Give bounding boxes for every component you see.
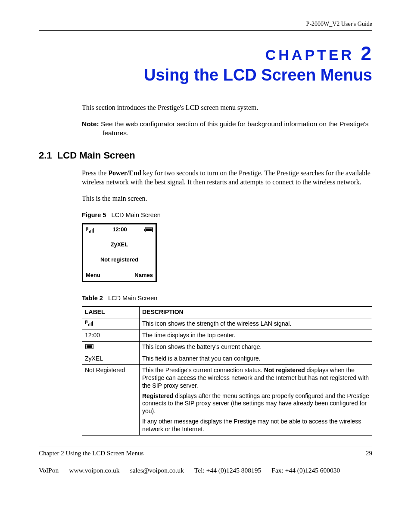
table-cell: The time displays in the top center. [140,330,372,342]
chapter-label: CHAPTER 2 [39,43,372,64]
chapter-label-number: 2 [361,43,372,64]
footer-tel: Tel: +44 (0)1245 808195 [194,467,261,474]
battery-icon [82,342,140,353]
footer-fax: Fax: +44 (0)1245 600030 [271,467,340,474]
svg-rect-14 [90,323,90,326]
table-cell: 12:00 [82,330,140,342]
signal-icon [86,227,95,233]
chapter-title: Using the LCD Screen Menus [39,66,372,84]
lcd-softkey-left: Menu [86,272,100,279]
lcd-status: Not registered [83,255,156,265]
svg-rect-4 [90,230,91,233]
footer-rule [39,447,372,447]
svg-rect-16 [92,321,93,326]
table-row: ZyXEL This field is a banner that you ca… [82,353,372,364]
footer-company: VoIPon [39,467,59,474]
section-number: 2.1 [39,150,52,161]
chapter-label-prefix: CHAPTER [265,47,354,63]
intro-paragraph: This section introduces the Prestige's L… [82,103,372,112]
table-row: This icon shows the strength of the wire… [82,318,372,330]
svg-rect-19 [87,345,92,348]
table-cell: This icon shows the battery's current ch… [140,342,372,353]
note-text: See the web configurator section of this… [101,120,369,137]
section-heading: 2.1 LCD Main Screen [39,150,372,161]
table-row: This icon shows the battery's current ch… [82,342,372,353]
header-rule [39,30,372,31]
footer-url: www.voipon.co.uk [69,467,119,474]
table-row: Not Registered This the Prestige's curre… [82,364,372,435]
section-title: LCD Main Screen [57,150,135,161]
footer-chapter: Chapter 2 Using the LCD Screen Menus [39,450,143,457]
table-row: 12:00 The time displays in the top cente… [82,330,372,342]
svg-rect-9 [146,229,152,231]
table-cell: Not Registered [82,364,140,435]
svg-rect-15 [91,322,92,326]
lcd-screen-figure: 12:00 ZyXEL Not registered Menu Names [82,223,157,282]
table-header-label: LABEL [82,307,140,318]
svg-rect-12 [87,320,87,323]
svg-rect-3 [89,231,90,233]
section-paragraph-2: This is the main screen. [82,194,372,203]
footer-line: Chapter 2 Using the LCD Screen Menus 29 [39,450,372,457]
lcd-description-table: LABEL DESCRIPTION This icon shows the st… [82,306,372,436]
signal-icon [82,318,140,330]
note-prefix: Note: [82,120,99,128]
table-cell: ZyXEL [82,353,140,364]
section-paragraph-1: Press the Power/End key for two seconds … [82,169,372,187]
svg-rect-2 [87,227,88,230]
footer-page-number: 29 [366,450,372,457]
figure-caption: Figure 5 LCD Main Screen [82,211,372,219]
table-caption: Table 2 LCD Main Screen [82,294,372,302]
running-header: P-2000W_V2 User's Guide [39,21,372,28]
table-cell: This icon shows the strength of the wire… [140,318,372,330]
svg-rect-5 [92,229,93,233]
table-cell: This field is a banner that you can conf… [140,353,372,364]
table-cell: This the Prestige's current connection s… [140,364,372,435]
svg-rect-6 [93,228,94,233]
lcd-time: 12:00 [112,226,127,233]
footer-contact: VoIPon www.voipon.co.uk sales@voipon.co.… [39,467,372,474]
note-block: Note: See the web configurator section o… [82,120,372,138]
battery-icon [144,227,153,232]
lcd-softkey-right: Names [134,272,153,279]
lcd-banner: ZyXEL [83,240,156,250]
svg-rect-13 [88,324,89,326]
footer-email: sales@voipon.co.uk [130,467,184,474]
table-header-description: DESCRIPTION [140,307,372,318]
